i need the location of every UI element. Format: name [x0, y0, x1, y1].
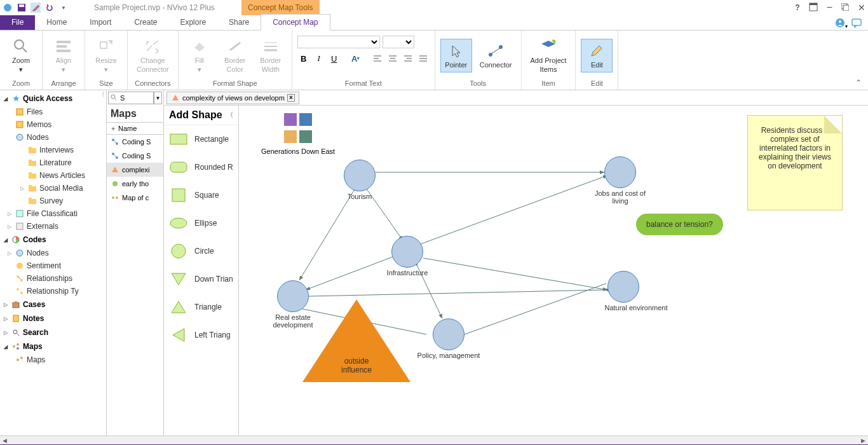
nav-search[interactable]: ▷Search: [3, 325, 104, 339]
nav-relationships[interactable]: Relationships: [3, 272, 104, 285]
fill-button[interactable]: Fill▾: [184, 35, 215, 76]
align-left-button[interactable]: [371, 52, 384, 65]
edit-button[interactable]: Edit: [581, 39, 613, 72]
nav-survey[interactable]: Survey: [3, 195, 104, 207]
border-width-button[interactable]: Border Width: [255, 35, 287, 76]
tab-home[interactable]: Home: [35, 15, 78, 30]
nav-maps-item[interactable]: Maps: [3, 353, 104, 366]
shape-rounded[interactable]: Rounded R: [164, 153, 238, 181]
nav-quick-access[interactable]: ◢★Quick Access: [3, 92, 104, 106]
shapes-collapse-icon[interactable]: 〈: [227, 111, 233, 120]
nav-collapse-button[interactable]: 〈: [98, 90, 105, 99]
cases-icon: [11, 300, 20, 309]
node-natural[interactable]: [607, 271, 639, 303]
comment-icon[interactable]: [851, 18, 862, 30]
svg-point-60: [13, 330, 17, 334]
nav-maps[interactable]: ◢Maps: [3, 339, 104, 353]
nav-interviews[interactable]: Interviews: [3, 144, 104, 156]
align-center-button[interactable]: [386, 52, 399, 65]
maps-col-name[interactable]: ✦Name: [107, 122, 163, 135]
concept-map-canvas[interactable]: Generations Down East Tourism Jobs and c…: [239, 106, 868, 435]
italic-button[interactable]: I: [313, 52, 325, 65]
nav-cases[interactable]: ▷Cases: [3, 298, 104, 312]
svg-rect-38: [29, 147, 32, 149]
tab-share[interactable]: Share: [217, 15, 261, 30]
tab-create[interactable]: Create: [123, 15, 168, 30]
sticky-note[interactable]: Residents discuss a complex set of inter…: [747, 115, 843, 210]
node-jobs[interactable]: [604, 156, 636, 188]
arrange-group-label: Arrange: [51, 79, 76, 88]
nav-sentiment[interactable]: Sentiment: [3, 259, 104, 272]
nav-externals[interactable]: ▷Externals: [3, 220, 104, 233]
tab-explore[interactable]: Explore: [168, 15, 217, 30]
maps-row-0[interactable]: Coding S: [107, 135, 163, 149]
balance-box[interactable]: balance or tension?: [636, 214, 723, 235]
search-dropdown-icon[interactable]: ▼: [154, 92, 162, 104]
qat-undo-icon[interactable]: [44, 3, 55, 13]
document-tab[interactable]: complexity of views on developm ×: [166, 92, 299, 104]
pointer-label: Pointer: [445, 61, 467, 69]
nav-memos[interactable]: Memos: [3, 118, 104, 131]
ribbon-display-icon[interactable]: [809, 3, 818, 13]
underline-button[interactable]: U: [328, 52, 341, 65]
maximize-button[interactable]: [841, 3, 849, 13]
collapse-ribbon-button[interactable]: ⌃: [849, 31, 868, 90]
shape-down-triangle[interactable]: Down Trian: [164, 265, 238, 293]
user-icon[interactable]: ▾: [835, 18, 848, 30]
border-color-button[interactable]: Border Color: [219, 35, 251, 76]
nav-nodes2[interactable]: ▷Nodes: [3, 247, 104, 259]
qat-app-icon[interactable]: [3, 3, 13, 13]
font-family-select[interactable]: [297, 36, 380, 48]
nav-nodes[interactable]: Nodes: [3, 131, 104, 144]
align-justify-button[interactable]: [417, 52, 430, 65]
align-button[interactable]: Align▾: [48, 35, 79, 76]
align-right-button[interactable]: [402, 52, 414, 65]
font-color-button[interactable]: A▾: [349, 52, 362, 65]
shape-left-triangle[interactable]: Left Triang: [164, 321, 238, 349]
nav-social-media[interactable]: ▷Social Media: [3, 182, 104, 195]
nav-codes[interactable]: ◢Codes: [3, 233, 104, 247]
nav-file-classifications[interactable]: ▷File Classificati: [3, 207, 104, 220]
qat-dropdown-icon[interactable]: ▼: [58, 3, 69, 13]
connector-button[interactable]: Connector: [476, 39, 516, 72]
legend[interactable]: Generations Down East: [261, 112, 335, 155]
maps-row-3[interactable]: early tho: [107, 177, 163, 191]
maps-row-4[interactable]: Map of c: [107, 191, 163, 205]
bold-button[interactable]: B: [297, 52, 310, 65]
nav-relationship-types[interactable]: Relationship Ty: [3, 285, 104, 298]
shape-square[interactable]: Square: [164, 181, 238, 209]
nav-files[interactable]: Files: [3, 106, 104, 118]
zoom-button[interactable]: Zoom▾: [5, 35, 37, 76]
nav-notes[interactable]: ▷Notes: [3, 312, 104, 325]
qat-edit-icon[interactable]: [31, 3, 41, 13]
svg-point-77: [116, 196, 118, 199]
horizontal-scrollbar[interactable]: ◀▶: [0, 435, 868, 444]
node-policy[interactable]: [433, 318, 465, 350]
tab-import[interactable]: Import: [78, 15, 123, 30]
resize-button[interactable]: Resize▾: [90, 35, 122, 76]
shape-ellipse[interactable]: Ellipse: [164, 209, 238, 237]
nav-literature[interactable]: Literature: [3, 156, 104, 169]
tab-file[interactable]: File: [0, 15, 35, 30]
svg-line-86: [417, 175, 607, 245]
help-button[interactable]: ?: [795, 3, 799, 12]
shape-triangle[interactable]: Triangle: [164, 293, 238, 321]
shape-rectangle[interactable]: Rectangle: [164, 125, 238, 153]
maps-row-2[interactable]: complexi: [107, 163, 163, 177]
tab-concept-map[interactable]: Concept Map: [261, 14, 330, 31]
triangle-icon: [169, 299, 188, 315]
nav-news-articles[interactable]: News Articles: [3, 169, 104, 182]
node-infrastructure[interactable]: [391, 236, 423, 268]
font-size-select[interactable]: [383, 36, 414, 48]
close-tab-button[interactable]: ×: [287, 94, 295, 102]
add-project-items-button[interactable]: Add Project Items: [527, 35, 571, 76]
svg-point-66: [20, 357, 23, 359]
minimize-button[interactable]: −: [827, 2, 832, 13]
change-connector-button[interactable]: Change Connector: [133, 35, 173, 76]
qat-save-icon[interactable]: [17, 3, 27, 13]
shape-circle[interactable]: Circle: [164, 237, 238, 265]
close-button[interactable]: ✕: [858, 3, 865, 13]
node-tourism[interactable]: [344, 160, 376, 191]
maps-row-1[interactable]: Coding S: [107, 149, 163, 163]
pointer-button[interactable]: Pointer: [440, 39, 472, 72]
